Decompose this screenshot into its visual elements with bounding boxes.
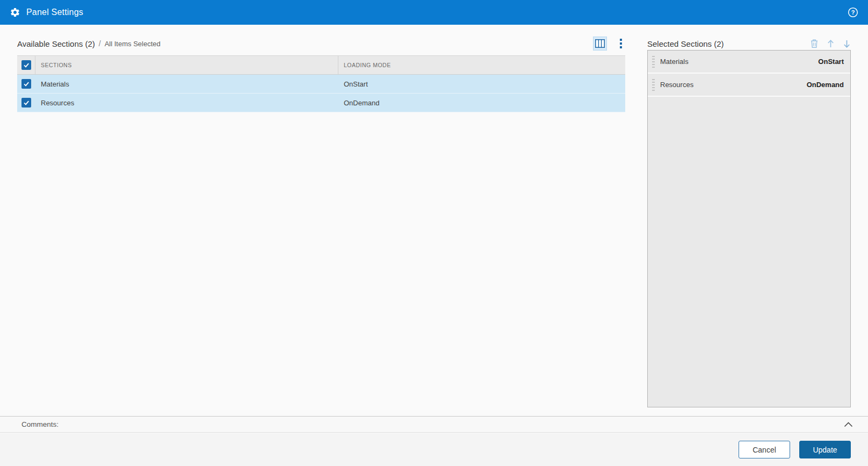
table-row-resources[interactable]: Resources OnDemand bbox=[17, 94, 625, 112]
selected-sections-title: Selected Sections (2) bbox=[647, 39, 724, 48]
gear-icon bbox=[10, 7, 20, 18]
loading-mode-cell: OnStart bbox=[338, 75, 625, 93]
selected-item-name: Materials bbox=[660, 58, 689, 66]
section-name-cell: Resources bbox=[35, 94, 338, 112]
drag-handle-icon[interactable] bbox=[652, 79, 655, 91]
trash-icon[interactable] bbox=[810, 39, 819, 48]
available-sections-header: Available Sections (2) / All Items Selec… bbox=[17, 33, 625, 54]
select-all-checkbox[interactable] bbox=[21, 60, 31, 70]
select-all-cell bbox=[17, 56, 35, 74]
selected-item-loading-mode: OnDemand bbox=[807, 81, 844, 89]
selected-item-resources[interactable]: Resources OnDemand bbox=[648, 74, 850, 97]
row-checkbox-cell bbox=[17, 75, 35, 93]
selection-summary: All Items Selected bbox=[105, 40, 161, 48]
help-glyph: ? bbox=[851, 9, 855, 16]
section-name-cell: Materials bbox=[35, 75, 338, 93]
drag-handle-icon[interactable] bbox=[652, 56, 655, 68]
column-chooser-button[interactable] bbox=[593, 37, 607, 51]
available-sections-table: SECTIONS LOADING MODE Materials OnStart bbox=[17, 55, 625, 112]
column-chooser-icon bbox=[595, 39, 605, 48]
row-checkbox[interactable] bbox=[21, 98, 31, 107]
kebab-dot bbox=[620, 46, 622, 48]
checkbox-check-icon bbox=[23, 61, 30, 69]
window-title: Panel Settings bbox=[26, 8, 83, 17]
table-header-row: SECTIONS LOADING MODE bbox=[17, 55, 625, 75]
column-header-loading-mode: LOADING MODE bbox=[338, 56, 625, 74]
cancel-button[interactable]: Cancel bbox=[739, 441, 790, 458]
table-row-materials[interactable]: Materials OnStart bbox=[17, 75, 625, 94]
selected-sections-panel: Materials OnStart Resources OnDemand bbox=[647, 50, 851, 407]
available-sections-title: Available Sections (2) bbox=[17, 39, 95, 48]
available-toolbar bbox=[593, 37, 625, 51]
update-button[interactable]: Update bbox=[799, 441, 851, 458]
title-separator: / bbox=[99, 39, 101, 48]
selected-item-loading-mode: OnStart bbox=[818, 58, 844, 66]
row-checkbox[interactable] bbox=[21, 79, 31, 89]
row-checkbox-cell bbox=[17, 94, 35, 112]
selected-item-materials[interactable]: Materials OnStart bbox=[648, 51, 850, 74]
chevron-up-icon[interactable] bbox=[844, 422, 853, 427]
panel-settings-window: Panel Settings ? Available Sections (2) … bbox=[0, 0, 868, 466]
arrow-up-icon[interactable] bbox=[827, 39, 835, 48]
checkbox-check-icon bbox=[23, 80, 30, 88]
column-header-sections: SECTIONS bbox=[35, 56, 338, 74]
loading-mode-cell: OnDemand bbox=[338, 94, 625, 112]
kebab-dot bbox=[620, 42, 622, 45]
selected-toolbar bbox=[810, 39, 851, 48]
comments-label: Comments: bbox=[21, 420, 59, 428]
titlebar: Panel Settings ? bbox=[0, 0, 868, 25]
checkbox-check-icon bbox=[23, 99, 30, 106]
kebab-menu-icon[interactable] bbox=[617, 38, 625, 49]
footer: Cancel Update bbox=[0, 433, 868, 466]
selected-item-name: Resources bbox=[660, 81, 693, 89]
arrow-down-icon[interactable] bbox=[843, 39, 851, 48]
help-icon[interactable]: ? bbox=[848, 7, 858, 18]
kebab-dot bbox=[620, 39, 622, 41]
comments-bar[interactable]: Comments: bbox=[0, 416, 868, 433]
